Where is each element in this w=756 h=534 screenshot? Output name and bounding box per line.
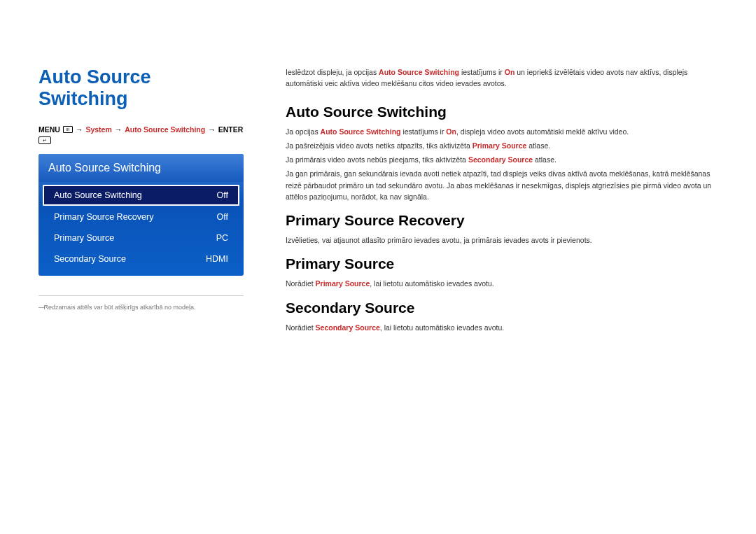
arrow-icon: → xyxy=(208,125,216,134)
section-heading: Auto Source Switching xyxy=(286,104,718,120)
section-paragraph: Ja pašreizējais video avots netiks atpaz… xyxy=(286,140,718,151)
section-paragraph: Ja primārais video avots nebūs pieejams,… xyxy=(286,154,718,165)
section-paragraph: Izvēlieties, vai atjaunot atlasīto primā… xyxy=(286,234,718,246)
menu-row[interactable]: Secondary SourceHDMI xyxy=(43,249,239,269)
menu-row-value: Off xyxy=(217,190,228,200)
section-paragraph: Norādiet Secondary Source, lai lietotu a… xyxy=(286,322,718,333)
page-title: Auto Source Switching xyxy=(38,66,244,110)
section-paragraph: Ja gan primārais, gan sekundārais ievada… xyxy=(286,168,718,202)
breadcrumb-enter: ENTER xyxy=(218,125,244,134)
menu-row-value: PC xyxy=(216,233,228,243)
breadcrumb-system: System xyxy=(85,125,111,134)
section-heading: Primary Source Recovery xyxy=(286,212,718,229)
menu-panel-header: Auto Source Switching xyxy=(38,154,244,182)
menu-row-value: Off xyxy=(217,212,228,222)
section: Auto Source SwitchingJa opcijas Auto Sou… xyxy=(286,104,718,203)
breadcrumb-page: Auto Source Switching xyxy=(125,125,205,134)
arrow-icon: → xyxy=(76,125,83,134)
breadcrumb: MENU III → System → Auto Source Switchin… xyxy=(38,125,244,144)
menu-row[interactable]: Auto Source SwitchingOff xyxy=(43,185,239,206)
breadcrumb-menu: MENU xyxy=(38,125,60,134)
section-heading: Primary Source xyxy=(286,255,718,272)
enter-icon: ↵ xyxy=(38,136,51,144)
menu-row[interactable]: Primary SourcePC xyxy=(43,228,239,248)
section: Primary SourceNorādiet Primary Source, l… xyxy=(286,255,718,289)
divider xyxy=(38,295,244,296)
content-area: Ieslēdzot displeju, ja opcijas Auto Sour… xyxy=(286,66,718,499)
menu-row-value: HDMI xyxy=(206,254,228,264)
menu-row-label: Secondary Source xyxy=(54,254,126,264)
section-heading: Secondary Source xyxy=(286,300,718,316)
menu-row[interactable]: Primary Source RecoveryOff xyxy=(43,207,239,227)
footnote: Redzamais attēls var būt atšķirīgs atkar… xyxy=(38,303,244,312)
menu-panel: Auto Source Switching Auto Source Switch… xyxy=(38,154,244,276)
menu-row-label: Primary Source Recovery xyxy=(54,212,153,222)
menu-row-label: Auto Source Switching xyxy=(54,190,142,200)
menu-icon: III xyxy=(63,126,73,133)
section: Secondary SourceNorādiet Secondary Sourc… xyxy=(286,300,718,333)
menu-row-label: Primary Source xyxy=(54,233,114,243)
intro-paragraph: Ieslēdzot displeju, ja opcijas Auto Sour… xyxy=(286,66,718,90)
section-paragraph: Norādiet Primary Source, lai lietotu aut… xyxy=(286,278,718,289)
arrow-icon: → xyxy=(115,125,122,134)
section: Primary Source RecoveryIzvēlieties, vai … xyxy=(286,212,718,246)
section-paragraph: Ja opcijas Auto Source Switching iestatī… xyxy=(286,126,718,137)
